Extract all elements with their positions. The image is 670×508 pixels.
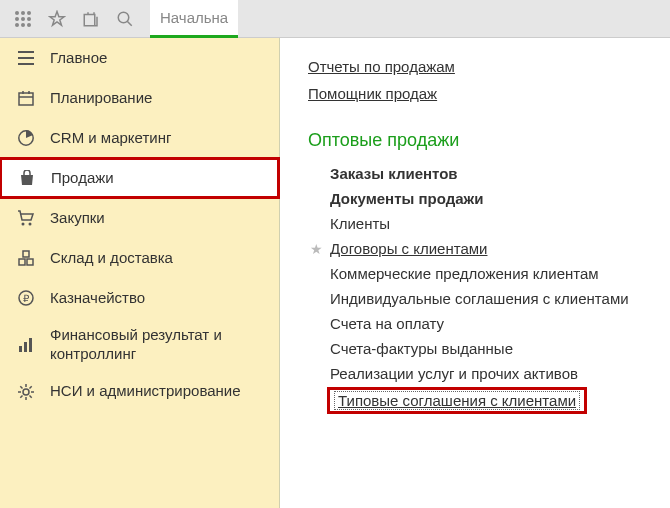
svg-point-7 xyxy=(21,23,25,27)
svg-point-9 xyxy=(118,12,129,23)
content-top-links: Отчеты по продажам Помощник продаж xyxy=(308,58,670,102)
svg-rect-23 xyxy=(27,259,33,265)
sidebar: Главное Планирование CRM и маркетинг Про… xyxy=(0,38,280,508)
svg-rect-21 xyxy=(23,251,29,257)
svg-line-10 xyxy=(127,21,132,26)
sidebar-item-label: Казначейство xyxy=(50,289,265,308)
sidebar-item-main[interactable]: Главное xyxy=(0,38,279,78)
pie-icon xyxy=(14,128,38,148)
section-title-wholesale: Оптовые продажи xyxy=(308,130,670,151)
search-icon[interactable] xyxy=(108,4,142,34)
svg-line-34 xyxy=(20,386,22,388)
link-commercial-offers[interactable]: Коммерческие предложения клиентам xyxy=(330,265,599,282)
svg-point-8 xyxy=(27,23,31,27)
svg-rect-28 xyxy=(29,338,32,352)
sidebar-item-label: Финансовый результат и контроллинг xyxy=(50,326,265,364)
link-invoices[interactable]: Счета на оплату xyxy=(330,315,444,332)
link-client-contracts[interactable]: Договоры с клиентами xyxy=(330,240,487,257)
sidebar-item-label: CRM и маркетинг xyxy=(50,129,265,148)
star-icon[interactable] xyxy=(40,4,74,34)
wholesale-links: Заказы клиентов Документы продажи Клиент… xyxy=(308,165,670,411)
svg-point-3 xyxy=(15,17,19,21)
highlight-typical-agreements: Типовые соглашения с клиентами xyxy=(330,390,584,411)
sidebar-item-label: Склад и доставка xyxy=(50,249,265,268)
link-client-orders[interactable]: Заказы клиентов xyxy=(330,165,458,182)
svg-point-1 xyxy=(21,11,25,15)
link-typical-agreements[interactable]: Типовые соглашения с клиентами xyxy=(334,391,580,410)
svg-rect-14 xyxy=(19,93,33,105)
link-sales-documents[interactable]: Документы продажи xyxy=(330,190,483,207)
link-sales-assistant[interactable]: Помощник продаж xyxy=(308,85,670,102)
sidebar-item-crm[interactable]: CRM и маркетинг xyxy=(0,118,279,158)
history-icon[interactable] xyxy=(74,4,108,34)
link-individual-agreements[interactable]: Индивидуальные соглашения с клиентами xyxy=(330,290,629,307)
svg-rect-22 xyxy=(19,259,25,265)
svg-line-37 xyxy=(30,386,32,388)
sidebar-item-purchases[interactable]: Закупки xyxy=(0,198,279,238)
box-icon xyxy=(14,248,38,268)
link-clients[interactable]: Клиенты xyxy=(330,215,390,232)
sidebar-item-sales[interactable]: Продажи xyxy=(0,158,279,198)
calendar-icon xyxy=(14,88,38,108)
bars-icon xyxy=(14,335,38,355)
svg-point-6 xyxy=(15,23,19,27)
bag-icon xyxy=(15,168,39,188)
svg-point-2 xyxy=(27,11,31,15)
svg-point-29 xyxy=(23,389,29,395)
sidebar-item-treasury[interactable]: ₽ Казначейство xyxy=(0,278,279,318)
svg-rect-26 xyxy=(19,346,22,352)
sidebar-item-label: Главное xyxy=(50,49,265,68)
link-invoices-issued[interactable]: Счета-фактуры выданные xyxy=(330,340,513,357)
svg-point-20 xyxy=(29,223,32,226)
menu-icon xyxy=(14,48,38,68)
apps-icon[interactable] xyxy=(6,4,40,34)
sidebar-item-warehouse[interactable]: Склад и доставка xyxy=(0,238,279,278)
sidebar-item-planning[interactable]: Планирование xyxy=(0,78,279,118)
gear-icon xyxy=(14,382,38,402)
link-sales-reports[interactable]: Отчеты по продажам xyxy=(308,58,670,75)
cart-icon xyxy=(14,208,38,228)
svg-point-4 xyxy=(21,17,25,21)
ruble-icon: ₽ xyxy=(14,288,38,308)
sidebar-item-admin[interactable]: НСИ и администрирование xyxy=(0,372,279,412)
sidebar-item-label: Закупки xyxy=(50,209,265,228)
tab-label: Начальна xyxy=(160,9,228,26)
sidebar-item-label: Планирование xyxy=(50,89,265,108)
svg-point-0 xyxy=(15,11,19,15)
svg-point-5 xyxy=(27,17,31,21)
content-panel: Отчеты по продажам Помощник продаж Оптов… xyxy=(280,38,670,508)
star-icon: ★ xyxy=(310,241,323,257)
main-area: Главное Планирование CRM и маркетинг Про… xyxy=(0,38,670,508)
svg-text:₽: ₽ xyxy=(23,293,30,304)
sidebar-item-label: Продажи xyxy=(51,169,264,188)
topbar: Начальна xyxy=(0,0,670,38)
sidebar-item-label: НСИ и администрирование xyxy=(50,382,265,401)
link-services-sales[interactable]: Реализации услуг и прочих активов xyxy=(330,365,578,382)
svg-point-19 xyxy=(22,223,25,226)
sidebar-item-finance[interactable]: Финансовый результат и контроллинг xyxy=(0,318,279,372)
svg-rect-27 xyxy=(24,342,27,352)
tab-start-page[interactable]: Начальна xyxy=(150,0,238,38)
svg-line-35 xyxy=(30,395,32,397)
svg-line-36 xyxy=(20,395,22,397)
